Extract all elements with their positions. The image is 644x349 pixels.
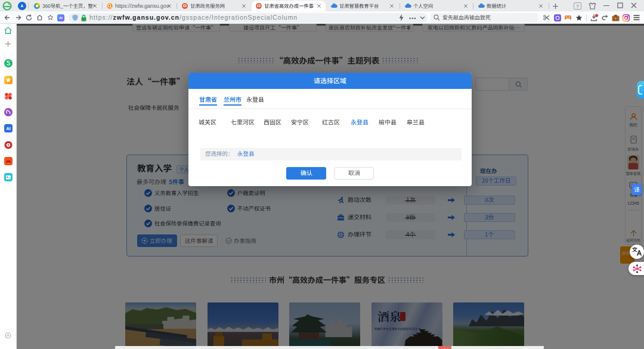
svg-text:AI: AI	[6, 126, 11, 131]
